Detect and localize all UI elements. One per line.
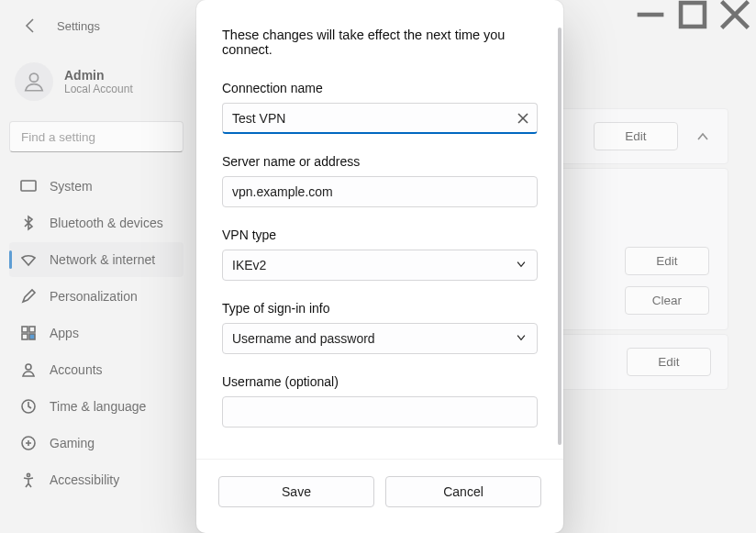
- save-button[interactable]: Save: [218, 476, 374, 507]
- close-window-button[interactable]: [714, 0, 756, 29]
- edit-vpn-dialog: These changes will take effect the next …: [196, 0, 563, 533]
- vpn-type-select[interactable]: IKEv2: [222, 250, 538, 281]
- bluetooth-icon: [20, 215, 37, 231]
- clear-input-icon[interactable]: [516, 111, 530, 126]
- chevron-up-icon[interactable]: [695, 128, 711, 145]
- sidebar-item-time[interactable]: Time & language: [9, 389, 183, 424]
- sidebar-item-label: Bluetooth & devices: [50, 216, 163, 230]
- chevron-down-icon: [515, 258, 528, 273]
- server-address-input[interactable]: [222, 176, 538, 207]
- maximize-button[interactable]: [672, 0, 714, 29]
- brush-icon: [20, 288, 37, 305]
- svg-rect-7: [29, 327, 35, 332]
- user-sub: Local Account: [64, 83, 133, 95]
- edit-details-button[interactable]: Edit: [625, 247, 709, 275]
- dialog-scrollbar[interactable]: [558, 28, 561, 445]
- signin-type-label: Type of sign-in info: [222, 301, 538, 316]
- sidebar-item-bluetooth[interactable]: Bluetooth & devices: [9, 205, 183, 240]
- user-name: Admin: [64, 68, 133, 83]
- sidebar-item-label: Accounts: [50, 362, 103, 377]
- sidebar-item-label: Apps: [50, 326, 79, 340]
- svg-rect-6: [22, 327, 28, 332]
- connection-name-input[interactable]: [222, 103, 538, 134]
- dialog-message: These changes will take effect the next …: [222, 28, 538, 57]
- minimize-button[interactable]: [629, 0, 672, 29]
- svg-point-13: [27, 473, 29, 476]
- sidebar-item-label: Gaming: [50, 436, 94, 450]
- avatar: [15, 62, 53, 101]
- svg-point-4: [29, 73, 38, 82]
- apps-icon: [20, 325, 37, 341]
- wifi-icon: [20, 251, 37, 268]
- sidebar-item-network[interactable]: Network & internet: [9, 242, 183, 277]
- user-block[interactable]: Admin Local Account: [9, 55, 183, 121]
- search-input[interactable]: [9, 121, 183, 152]
- username-input[interactable]: [222, 396, 538, 428]
- edit-extra-button[interactable]: Edit: [627, 348, 711, 376]
- chevron-down-icon: [515, 331, 528, 347]
- sidebar-item-label: Accessibility: [50, 472, 119, 487]
- svg-rect-8: [22, 334, 28, 339]
- svg-rect-1: [681, 3, 705, 27]
- vpn-type-value: IKEv2: [232, 258, 266, 272]
- signin-type-select[interactable]: Username and password: [222, 323, 538, 354]
- window-controls: [629, 0, 756, 29]
- edit-button[interactable]: Edit: [594, 122, 678, 150]
- sidebar-item-label: Network & internet: [50, 252, 155, 267]
- server-address-label: Server name or address: [222, 154, 538, 169]
- sidebar-item-label: Time & language: [50, 399, 146, 414]
- svg-point-10: [26, 364, 31, 370]
- sidebar-item-apps[interactable]: Apps: [9, 316, 183, 350]
- person-icon: [20, 361, 37, 378]
- sidebar-item-accounts[interactable]: Accounts: [9, 352, 183, 387]
- sidebar-item-system[interactable]: System: [9, 169, 183, 204]
- clear-button[interactable]: Clear: [625, 286, 709, 315]
- cancel-button[interactable]: Cancel: [385, 476, 541, 507]
- sidebar-item-label: System: [50, 179, 93, 194]
- sidebar-item-accessibility[interactable]: Accessibility: [9, 462, 183, 497]
- connection-name-label: Connection name: [222, 81, 538, 95]
- accessibility-icon: [20, 472, 37, 488]
- sidebar: Admin Local Account System Bluetooth & d…: [0, 55, 193, 497]
- username-label: Username (optional): [222, 374, 538, 389]
- sidebar-item-personalization[interactable]: Personalization: [9, 279, 183, 314]
- page-title: Settings: [57, 19, 100, 33]
- system-icon: [20, 178, 37, 194]
- back-icon[interactable]: [22, 17, 40, 35]
- svg-rect-5: [21, 181, 36, 191]
- clock-globe-icon: [20, 398, 37, 415]
- sidebar-item-gaming[interactable]: Gaming: [9, 426, 183, 461]
- vpn-type-label: VPN type: [222, 228, 538, 242]
- gaming-icon: [20, 435, 37, 451]
- sidebar-item-label: Personalization: [50, 289, 138, 304]
- signin-type-value: Username and password: [232, 331, 375, 346]
- svg-rect-9: [29, 334, 35, 339]
